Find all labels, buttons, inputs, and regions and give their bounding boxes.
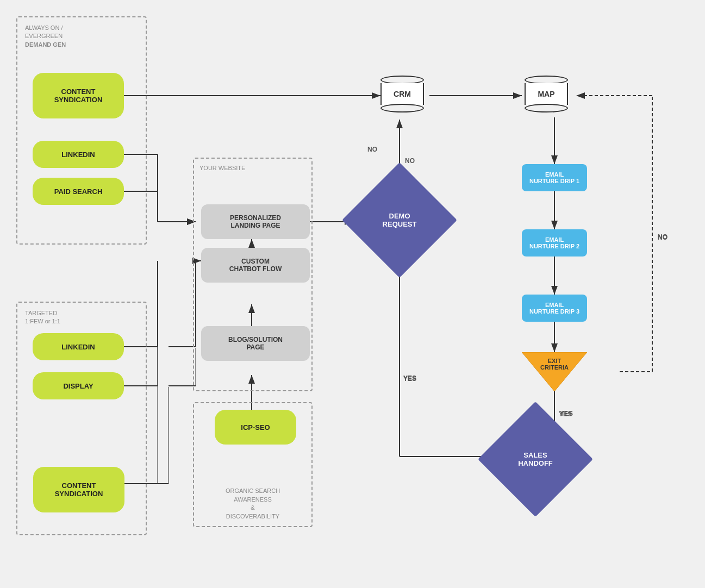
personalized-landing-page: PERSONALIZED LANDING PAGE — [201, 204, 310, 239]
blog-solution-page: BLOG/SOLUTION PAGE — [201, 326, 310, 361]
yes-label-sales: YES — [403, 375, 416, 383]
email-nurture-3: EMAIL NURTURE DRIP 3 — [522, 295, 587, 322]
diagram-container: NO YES NO YES — [0, 0, 705, 588]
crm-label: CRM — [380, 83, 424, 105]
yes-label-exit: YES — [559, 410, 572, 418]
email-nurture-1: EMAIL NURTURE DRIP 1 — [522, 164, 587, 191]
demo-request-diamond: DEMO REQUEST — [359, 179, 440, 261]
display: DISPLAY — [33, 372, 124, 399]
icp-seo: ICP-SEO — [215, 410, 296, 445]
email-nurture-2: EMAIL NURTURE DRIP 2 — [522, 229, 587, 257]
map-label: MAP — [525, 83, 568, 105]
svg-text:NO: NO — [405, 157, 415, 165]
exit-criteria-triangle: EXIT CRITERIA — [522, 352, 587, 391]
always-on-box: ALWAYS ON / EVERGREEN DEMAND GEN — [16, 16, 147, 245]
map-cylinder: MAP — [525, 71, 568, 117]
sales-handoff-diamond: SALES HANDOFF — [495, 418, 576, 500]
crm-cylinder: CRM — [380, 71, 424, 117]
no-label-loop: NO — [658, 234, 667, 241]
your-website-label: YOUR WEBSITE — [199, 164, 245, 172]
no-label-crm: NO — [367, 146, 377, 153]
content-syndication-1: CONTENT SYNDICATION — [33, 73, 124, 118]
linkedin-2: LINKEDIN — [33, 333, 124, 360]
svg-marker-44 — [522, 352, 587, 391]
linkedin-1: LINKEDIN — [33, 141, 124, 168]
paid-search: PAID SEARCH — [33, 178, 124, 205]
always-on-label: ALWAYS ON / EVERGREEN DEMAND GEN — [25, 24, 66, 49]
targeted-label: TARGETED 1:FEW or 1:1 — [25, 309, 60, 326]
content-syndication-2: CONTENT SYNDICATION — [33, 467, 124, 512]
custom-chatbot-flow: CUSTOM CHATBOT FLOW — [201, 248, 310, 283]
organic-search-label: ORGANIC SEARCH AWARENESS & DISCOVERABILI… — [199, 487, 306, 521]
